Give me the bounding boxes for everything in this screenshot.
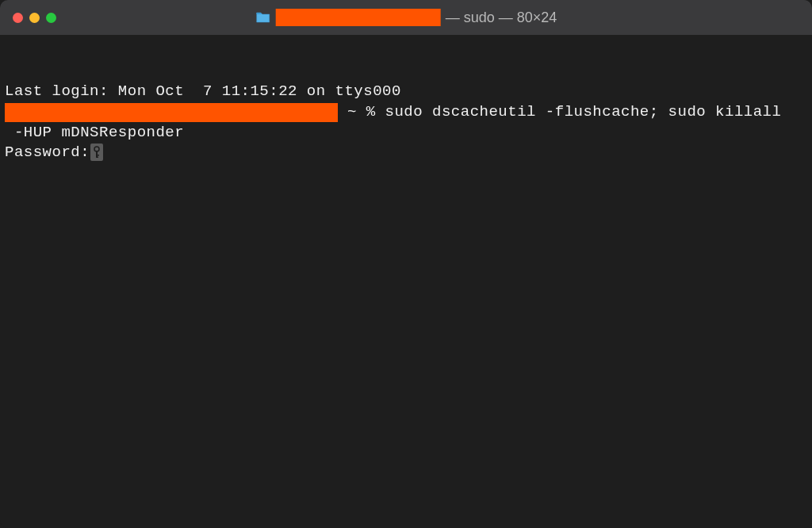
redacted-path	[276, 9, 441, 26]
terminal-body[interactable]: Last login: Mon Oct 7 11:15:22 on ttys00…	[0, 35, 812, 528]
key-icon	[90, 143, 103, 161]
svg-rect-3	[96, 157, 98, 159]
password-prompt: Password:	[5, 143, 90, 161]
svg-rect-2	[96, 155, 99, 156]
last-login-line: Last login: Mon Oct 7 11:15:22 on ttys00…	[5, 82, 807, 102]
command-text-2: -HUP mDNSResponder	[5, 124, 184, 141]
terminal-window: — sudo — 80×24 Last login: Mon Oct 7 11:…	[0, 0, 812, 528]
redacted-hostname	[5, 103, 338, 122]
command-text-1: sudo dscacheutil -flushcache; sudo killa…	[385, 103, 782, 121]
folder-icon	[255, 11, 271, 24]
traffic-lights	[13, 13, 56, 23]
title-suffix: — sudo — 80×24	[446, 10, 557, 26]
fullscreen-button[interactable]	[46, 13, 56, 23]
close-button[interactable]	[13, 13, 23, 23]
svg-rect-1	[96, 151, 98, 157]
prompt-separator: ~ %	[338, 103, 385, 121]
titlebar[interactable]: — sudo — 80×24	[0, 0, 812, 35]
minimize-button[interactable]	[29, 13, 40, 23]
window-title: — sudo — 80×24	[255, 9, 557, 26]
